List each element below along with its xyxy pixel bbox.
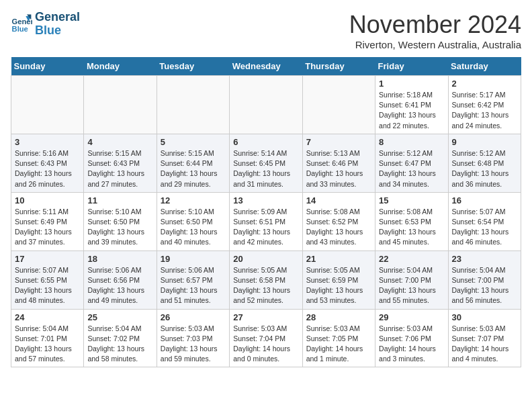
day-info: Sunrise: 5:06 AM Sunset: 6:56 PM Dayligh… bbox=[87, 265, 152, 306]
logo: General Blue General Blue bbox=[11, 11, 80, 38]
calendar-cell: 8Sunrise: 5:12 AM Sunset: 6:47 PM Daylig… bbox=[375, 134, 448, 192]
day-info: Sunrise: 5:16 AM Sunset: 6:43 PM Dayligh… bbox=[15, 148, 80, 189]
calendar-cell: 10Sunrise: 5:11 AM Sunset: 6:49 PM Dayli… bbox=[11, 192, 84, 250]
calendar-cell: 5Sunrise: 5:15 AM Sunset: 6:44 PM Daylig… bbox=[157, 134, 229, 192]
calendar-cell bbox=[230, 76, 302, 134]
calendar-cell: 15Sunrise: 5:08 AM Sunset: 6:53 PM Dayli… bbox=[375, 192, 448, 250]
calendar-cell: 7Sunrise: 5:13 AM Sunset: 6:46 PM Daylig… bbox=[302, 134, 375, 192]
calendar-cell: 18Sunrise: 5:06 AM Sunset: 6:56 PM Dayli… bbox=[84, 250, 157, 309]
calendar-cell: 1Sunrise: 5:18 AM Sunset: 6:41 PM Daylig… bbox=[375, 76, 448, 134]
logo-text: General Blue bbox=[35, 11, 80, 38]
day-number: 29 bbox=[379, 312, 444, 322]
calendar-cell: 24Sunrise: 5:04 AM Sunset: 7:01 PM Dayli… bbox=[11, 309, 84, 367]
day-number: 24 bbox=[15, 312, 80, 322]
calendar-cell: 12Sunrise: 5:10 AM Sunset: 6:50 PM Dayli… bbox=[157, 192, 229, 250]
calendar-cell: 2Sunrise: 5:17 AM Sunset: 6:42 PM Daylig… bbox=[448, 76, 521, 134]
day-number: 17 bbox=[15, 254, 80, 264]
day-info: Sunrise: 5:12 AM Sunset: 6:47 PM Dayligh… bbox=[379, 148, 444, 189]
weekday-thursday: Thursday bbox=[302, 57, 375, 76]
day-number: 11 bbox=[87, 195, 152, 205]
svg-text:Blue: Blue bbox=[12, 25, 28, 33]
calendar-body: 1Sunrise: 5:18 AM Sunset: 6:41 PM Daylig… bbox=[11, 76, 521, 367]
calendar-table: SundayMondayTuesdayWednesdayThursdayFrid… bbox=[11, 57, 521, 367]
day-info: Sunrise: 5:10 AM Sunset: 6:50 PM Dayligh… bbox=[161, 207, 226, 248]
calendar-cell: 25Sunrise: 5:04 AM Sunset: 7:02 PM Dayli… bbox=[84, 309, 157, 367]
day-number: 26 bbox=[161, 312, 226, 322]
logo-icon: General Blue bbox=[11, 13, 32, 35]
day-number: 7 bbox=[306, 137, 371, 147]
title-block: November 2024 Riverton, Western Australi… bbox=[349, 11, 521, 50]
calendar-cell: 3Sunrise: 5:16 AM Sunset: 6:43 PM Daylig… bbox=[11, 134, 84, 192]
day-info: Sunrise: 5:04 AM Sunset: 7:01 PM Dayligh… bbox=[15, 324, 80, 365]
day-number: 20 bbox=[233, 254, 298, 264]
day-info: Sunrise: 5:18 AM Sunset: 6:41 PM Dayligh… bbox=[379, 90, 444, 131]
day-number: 3 bbox=[15, 137, 80, 147]
day-info: Sunrise: 5:03 AM Sunset: 7:04 PM Dayligh… bbox=[233, 324, 298, 365]
day-number: 25 bbox=[87, 312, 152, 322]
calendar-cell: 11Sunrise: 5:10 AM Sunset: 6:50 PM Dayli… bbox=[84, 192, 157, 250]
day-number: 5 bbox=[161, 137, 226, 147]
calendar-cell bbox=[302, 76, 375, 134]
day-info: Sunrise: 5:03 AM Sunset: 7:05 PM Dayligh… bbox=[306, 324, 371, 365]
day-info: Sunrise: 5:08 AM Sunset: 6:53 PM Dayligh… bbox=[379, 207, 444, 248]
day-info: Sunrise: 5:13 AM Sunset: 6:46 PM Dayligh… bbox=[306, 148, 371, 189]
calendar-cell bbox=[84, 76, 157, 134]
day-info: Sunrise: 5:03 AM Sunset: 7:06 PM Dayligh… bbox=[379, 324, 444, 365]
calendar-cell: 30Sunrise: 5:03 AM Sunset: 7:07 PM Dayli… bbox=[448, 309, 521, 367]
day-number: 21 bbox=[306, 254, 371, 264]
day-info: Sunrise: 5:07 AM Sunset: 6:55 PM Dayligh… bbox=[15, 265, 80, 306]
day-number: 14 bbox=[306, 195, 371, 205]
day-info: Sunrise: 5:15 AM Sunset: 6:44 PM Dayligh… bbox=[161, 148, 226, 189]
day-number: 27 bbox=[233, 312, 298, 322]
day-info: Sunrise: 5:03 AM Sunset: 7:07 PM Dayligh… bbox=[452, 324, 517, 365]
day-info: Sunrise: 5:08 AM Sunset: 6:52 PM Dayligh… bbox=[306, 207, 371, 248]
calendar-cell: 21Sunrise: 5:05 AM Sunset: 6:59 PM Dayli… bbox=[302, 250, 375, 309]
day-info: Sunrise: 5:17 AM Sunset: 6:42 PM Dayligh… bbox=[452, 90, 517, 131]
calendar-week-1: 3Sunrise: 5:16 AM Sunset: 6:43 PM Daylig… bbox=[11, 134, 521, 192]
day-number: 13 bbox=[233, 195, 298, 205]
day-info: Sunrise: 5:14 AM Sunset: 6:45 PM Dayligh… bbox=[233, 148, 298, 189]
day-number: 1 bbox=[379, 79, 444, 89]
weekday-tuesday: Tuesday bbox=[157, 57, 229, 76]
day-info: Sunrise: 5:04 AM Sunset: 7:02 PM Dayligh… bbox=[87, 324, 152, 365]
calendar-week-3: 17Sunrise: 5:07 AM Sunset: 6:55 PM Dayli… bbox=[11, 250, 521, 309]
calendar-cell: 14Sunrise: 5:08 AM Sunset: 6:52 PM Dayli… bbox=[302, 192, 375, 250]
calendar-cell: 29Sunrise: 5:03 AM Sunset: 7:06 PM Dayli… bbox=[375, 309, 448, 367]
calendar-cell: 22Sunrise: 5:04 AM Sunset: 7:00 PM Dayli… bbox=[375, 250, 448, 309]
calendar-cell bbox=[11, 76, 84, 134]
day-info: Sunrise: 5:15 AM Sunset: 6:43 PM Dayligh… bbox=[87, 148, 152, 189]
weekday-monday: Monday bbox=[84, 57, 157, 76]
day-number: 6 bbox=[233, 137, 298, 147]
day-number: 9 bbox=[452, 137, 517, 147]
calendar-week-4: 24Sunrise: 5:04 AM Sunset: 7:01 PM Dayli… bbox=[11, 309, 521, 367]
day-number: 30 bbox=[452, 312, 517, 322]
day-info: Sunrise: 5:12 AM Sunset: 6:48 PM Dayligh… bbox=[452, 148, 517, 189]
calendar-cell: 19Sunrise: 5:06 AM Sunset: 6:57 PM Dayli… bbox=[157, 250, 229, 309]
day-info: Sunrise: 5:04 AM Sunset: 7:00 PM Dayligh… bbox=[452, 265, 517, 306]
weekday-wednesday: Wednesday bbox=[230, 57, 302, 76]
day-number: 18 bbox=[87, 254, 152, 264]
day-info: Sunrise: 5:06 AM Sunset: 6:57 PM Dayligh… bbox=[161, 265, 226, 306]
day-number: 16 bbox=[452, 195, 517, 205]
day-number: 19 bbox=[161, 254, 226, 264]
location-title: Riverton, Western Australia, Australia bbox=[349, 39, 521, 50]
weekday-header-row: SundayMondayTuesdayWednesdayThursdayFrid… bbox=[11, 57, 521, 76]
calendar-cell bbox=[157, 76, 229, 134]
weekday-saturday: Saturday bbox=[448, 57, 521, 76]
calendar-cell: 27Sunrise: 5:03 AM Sunset: 7:04 PM Dayli… bbox=[230, 309, 302, 367]
day-info: Sunrise: 5:10 AM Sunset: 6:50 PM Dayligh… bbox=[87, 207, 152, 248]
calendar-cell: 6Sunrise: 5:14 AM Sunset: 6:45 PM Daylig… bbox=[230, 134, 302, 192]
weekday-friday: Friday bbox=[375, 57, 448, 76]
calendar-cell: 20Sunrise: 5:05 AM Sunset: 6:58 PM Dayli… bbox=[230, 250, 302, 309]
day-number: 10 bbox=[15, 195, 80, 205]
day-number: 22 bbox=[379, 254, 444, 264]
calendar-cell: 4Sunrise: 5:15 AM Sunset: 6:43 PM Daylig… bbox=[84, 134, 157, 192]
calendar-cell: 26Sunrise: 5:03 AM Sunset: 7:03 PM Dayli… bbox=[157, 309, 229, 367]
day-number: 4 bbox=[87, 137, 152, 147]
calendar-cell: 13Sunrise: 5:09 AM Sunset: 6:51 PM Dayli… bbox=[230, 192, 302, 250]
day-info: Sunrise: 5:03 AM Sunset: 7:03 PM Dayligh… bbox=[161, 324, 226, 365]
day-number: 15 bbox=[379, 195, 444, 205]
day-info: Sunrise: 5:11 AM Sunset: 6:49 PM Dayligh… bbox=[15, 207, 80, 248]
calendar-week-0: 1Sunrise: 5:18 AM Sunset: 6:41 PM Daylig… bbox=[11, 76, 521, 134]
calendar-cell: 9Sunrise: 5:12 AM Sunset: 6:48 PM Daylig… bbox=[448, 134, 521, 192]
